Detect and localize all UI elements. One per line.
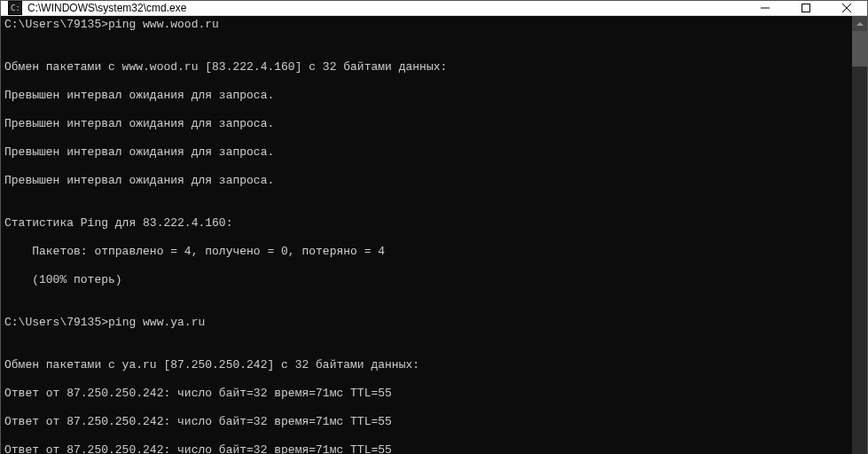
terminal-line: Ответ от 87.250.250.242: число байт=32 в… — [4, 443, 848, 454]
svg-text:C:: C: — [11, 4, 20, 12]
command-text: ping www.ya.ru — [108, 316, 205, 329]
minimize-button[interactable] — [745, 1, 786, 15]
scrollbar[interactable] — [852, 16, 867, 454]
svg-rect-4 — [802, 4, 810, 12]
terminal-line: Превышен интервал ожидания для запроса. — [4, 145, 848, 160]
prompt: C:\Users\79135> — [4, 18, 108, 31]
terminal-line: (100% потерь) — [4, 273, 848, 287]
window-controls — [745, 1, 867, 15]
terminal-line: Статистика Ping для 83.222.4.160: — [4, 216, 848, 231]
terminal-line: C:\Users\79135>ping www.wood.ru — [4, 18, 848, 32]
cmd-icon: C: — [8, 1, 22, 15]
terminal-line: Превышен интервал ожидания для запроса. — [4, 117, 848, 131]
close-button[interactable] — [826, 1, 867, 15]
titlebar[interactable]: C: C:\WINDOWS\system32\cmd.exe — [1, 1, 867, 16]
terminal-line: Обмен пакетами с www.wood.ru [83.222.4.1… — [4, 60, 848, 74]
command-text: ping www.wood.ru — [108, 18, 219, 31]
terminal-line: Ответ от 87.250.250.242: число байт=32 в… — [4, 387, 848, 401]
prompt: C:\Users\79135> — [4, 316, 108, 329]
scrollbar-thumb[interactable] — [852, 31, 867, 67]
terminal-line: Обмен пакетами с ya.ru [87.250.250.242] … — [4, 358, 848, 372]
terminal-line: Пакетов: отправлено = 4, получено = 0, п… — [4, 245, 848, 259]
svg-marker-7 — [856, 22, 864, 26]
terminal-line: Ответ от 87.250.250.242: число байт=32 в… — [4, 415, 848, 429]
cmd-window: C: C:\WINDOWS\system32\cmd.exe C:\Users\… — [0, 0, 868, 454]
terminal-area: C:\Users\79135>ping www.wood.ru Обмен па… — [1, 16, 867, 454]
scrollbar-track[interactable] — [852, 31, 867, 454]
terminal-line: C:\Users\79135>ping www.ya.ru — [4, 316, 848, 330]
window-title: C:\WINDOWS\system32\cmd.exe — [27, 2, 745, 14]
maximize-button[interactable] — [786, 1, 826, 15]
terminal-line: Превышен интервал ожидания для запроса. — [4, 89, 848, 103]
scroll-up-button[interactable] — [852, 16, 867, 31]
terminal-line: Превышен интервал ожидания для запроса. — [4, 174, 848, 188]
terminal-output[interactable]: C:\Users\79135>ping www.wood.ru Обмен па… — [1, 16, 852, 454]
